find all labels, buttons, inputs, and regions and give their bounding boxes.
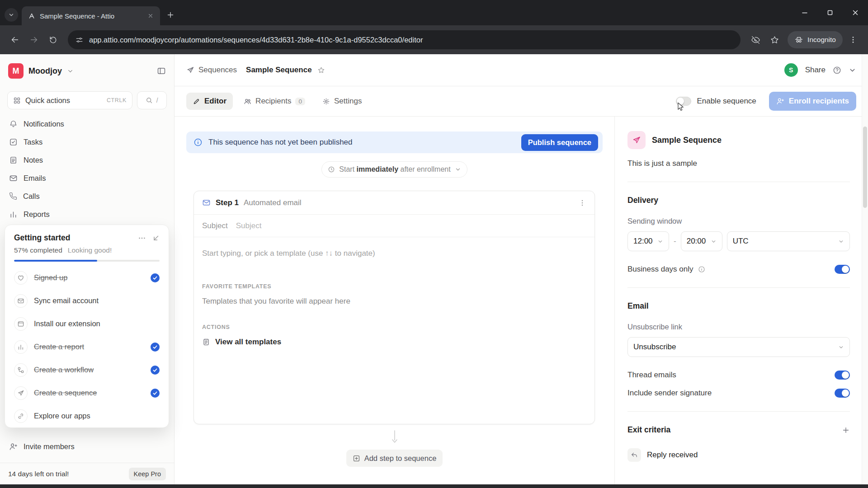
publish-sequence-button[interactable]: Publish sequence [521, 134, 598, 151]
sender-signature-toggle[interactable] [835, 389, 850, 398]
divider [627, 287, 850, 288]
checklist-item-create-workflow[interactable]: Create a workflow [14, 358, 160, 381]
favorite-templates-heading: FAVORITE TEMPLATES [202, 283, 586, 290]
avatar[interactable]: S [784, 63, 798, 77]
kebab-icon [849, 36, 857, 44]
sidebar-item-emails[interactable]: Emails [5, 169, 170, 187]
clock-icon [328, 166, 335, 173]
site-settings-icon [75, 36, 84, 44]
progress-bar-fill [14, 260, 97, 262]
subject-input[interactable] [236, 221, 586, 230]
sender-signature-label: Include sender signature [627, 389, 712, 398]
share-button[interactable]: Share [805, 66, 826, 75]
maximize-button[interactable] [817, 0, 843, 25]
getting-started-collapse-button[interactable] [152, 235, 160, 242]
enroll-recipients-button[interactable]: Enroll recipients [769, 92, 856, 111]
minimize-button[interactable] [792, 0, 817, 25]
collapse-sidebar-button[interactable] [157, 66, 166, 75]
browser-menu-button[interactable] [844, 31, 862, 48]
window-start-select[interactable]: 12:00 [627, 231, 669, 251]
sequence-details-panel: Sample Sequence This is just a sample De… [614, 117, 868, 484]
step-type: Automated email [244, 198, 302, 207]
invite-members-button[interactable]: Invite members [5, 437, 170, 455]
address-bar[interactable]: app.attio.com/moodjoycorp/automations/se… [68, 30, 741, 49]
view-all-templates-button[interactable]: View all templates [202, 338, 586, 347]
envelope-icon [17, 297, 24, 305]
bookmark-button[interactable] [766, 31, 783, 48]
back-icon [10, 35, 20, 45]
sequence-description: This is just a sample [627, 159, 850, 168]
browser-tab[interactable]: Sample Sequence - Attio [22, 6, 160, 25]
chevron-down-icon [849, 66, 856, 74]
add-step-button[interactable]: Add step to sequence [346, 450, 443, 467]
step-label: Step 1 [216, 198, 239, 207]
getting-started-title: Getting started [14, 233, 132, 243]
header-more-button[interactable] [849, 66, 856, 74]
sequence-icon [17, 389, 24, 397]
favorite-button[interactable] [317, 66, 325, 74]
sidebar-item-reports[interactable]: Reports [5, 205, 170, 223]
reload-icon [48, 35, 58, 45]
favorite-templates-empty: Templates that you favorite will appear … [202, 297, 586, 306]
star-icon [770, 35, 779, 45]
sidebar-item-notes[interactable]: Notes [5, 151, 170, 169]
sidebar-item-tasks[interactable]: Tasks [5, 133, 170, 151]
timezone-select[interactable]: UTC [727, 231, 850, 251]
preview-hidden-button[interactable] [747, 31, 764, 48]
minimize-icon [800, 8, 809, 17]
add-exit-criteria-button[interactable] [842, 426, 850, 434]
sidebar-item-notifications[interactable]: Notifications [5, 115, 170, 133]
actions-heading: ACTIONS [202, 324, 586, 330]
getting-started-list: Signed up Sync email account Install our… [14, 266, 160, 427]
new-tab-button[interactable] [164, 8, 177, 22]
tab-recipients[interactable]: Recipients 0 [237, 93, 311, 110]
vertical-scrollbar[interactable] [862, 54, 868, 484]
start-trigger-selector[interactable]: Start immediately after enrollment [321, 161, 467, 178]
workspace-switcher[interactable]: M Moodjoy [0, 54, 174, 88]
sidebar-item-label: Emails [24, 174, 46, 183]
trial-banner: 14 days left on trial! Keep Pro [0, 463, 174, 484]
email-body-placeholder[interactable]: Start typing, or pick a template (use ↑↓… [202, 249, 586, 258]
forward-button[interactable] [25, 31, 42, 48]
help-button[interactable] [833, 66, 841, 75]
chart-icon [17, 343, 24, 351]
step-menu-button[interactable] [578, 199, 586, 207]
getting-started-menu-button[interactable] [138, 234, 146, 242]
checklist-item-create-sequence[interactable]: Create a sequence [14, 381, 160, 404]
search-button[interactable]: / [137, 91, 167, 109]
close-window-button[interactable] [843, 0, 868, 25]
quick-actions-button[interactable]: Quick actions CTRLK [7, 91, 132, 109]
scrollbar-thumb[interactable] [863, 127, 867, 208]
collapse-icon [152, 235, 160, 242]
checklist-item-install-extension[interactable]: Install our extension [14, 312, 160, 335]
tab-editor[interactable]: Editor [186, 93, 233, 110]
breadcrumb-sequences[interactable]: Sequences [186, 66, 237, 75]
chevron-down-icon [711, 239, 717, 244]
getting-started-card: Getting started 57% completed Looking go… [5, 225, 169, 428]
checklist-item-sync-email[interactable]: Sync email account [14, 289, 160, 312]
check-icon [152, 275, 158, 281]
tab-search-button[interactable] [5, 8, 18, 22]
sequence-editor: This sequence has not yet been published… [175, 117, 614, 484]
keep-pro-button[interactable]: Keep Pro [129, 468, 166, 480]
sidebar-item-calls[interactable]: Calls [5, 187, 170, 205]
business-days-toggle[interactable] [835, 265, 850, 274]
main-area: Sequences Sample Sequence S Share [175, 54, 868, 484]
incognito-label: Incognito [807, 36, 836, 44]
back-button[interactable] [6, 31, 24, 48]
window-end-select[interactable]: 20:00 [681, 231, 722, 251]
workflow-icon [17, 366, 24, 374]
exit-criteria-item[interactable]: Reply received [627, 448, 850, 462]
checklist-item-explore-apps[interactable]: Explore our apps [14, 404, 160, 427]
tab-close-button[interactable] [146, 11, 156, 21]
checklist-item-signed-up[interactable]: Signed up [14, 266, 160, 289]
reload-button[interactable] [44, 31, 61, 48]
checklist-item-create-report[interactable]: Create a report [14, 335, 160, 358]
quick-actions-label: Quick actions [25, 96, 70, 105]
divider [627, 411, 850, 412]
thread-emails-toggle[interactable] [835, 371, 850, 380]
tab-settings[interactable]: Settings [316, 93, 368, 110]
unsubscribe-select[interactable]: Unsubscribe [627, 337, 850, 357]
star-icon [317, 66, 325, 74]
kebab-icon [578, 199, 586, 207]
